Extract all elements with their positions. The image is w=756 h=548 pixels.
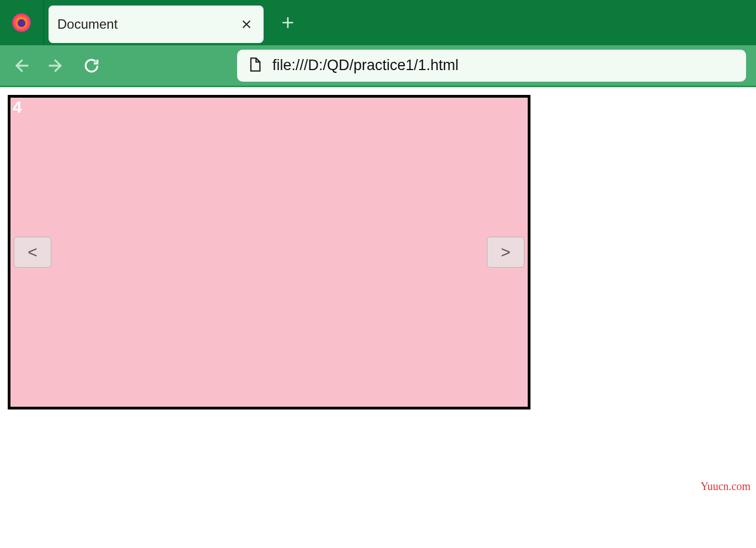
firefox-icon — [0, 0, 44, 45]
forward-button[interactable] — [45, 55, 67, 77]
url-bar[interactable]: file:///D:/QD/practice1/1.html — [237, 50, 746, 82]
browser-tab[interactable]: Document — [49, 6, 264, 43]
close-tab-icon[interactable] — [238, 16, 255, 33]
tab-bar: Document — [0, 0, 756, 45]
toolbar: file:///D:/QD/practice1/1.html — [0, 45, 756, 87]
page-content: 4 < > — [0, 87, 756, 417]
svg-point-1 — [18, 19, 25, 27]
file-icon — [247, 57, 262, 75]
back-button[interactable] — [10, 55, 32, 77]
new-tab-button[interactable] — [277, 12, 299, 34]
watermark-text: Yuucn.com — [700, 480, 750, 493]
reload-button[interactable] — [81, 55, 103, 77]
slide-number-label: 4 — [13, 98, 22, 116]
slider-next-button[interactable]: > — [487, 237, 524, 268]
url-text: file:///D:/QD/practice1/1.html — [272, 57, 736, 74]
tab-title: Document — [57, 17, 117, 32]
slider-container: 4 < > — [8, 95, 530, 409]
slider-prev-button[interactable]: < — [14, 237, 51, 268]
